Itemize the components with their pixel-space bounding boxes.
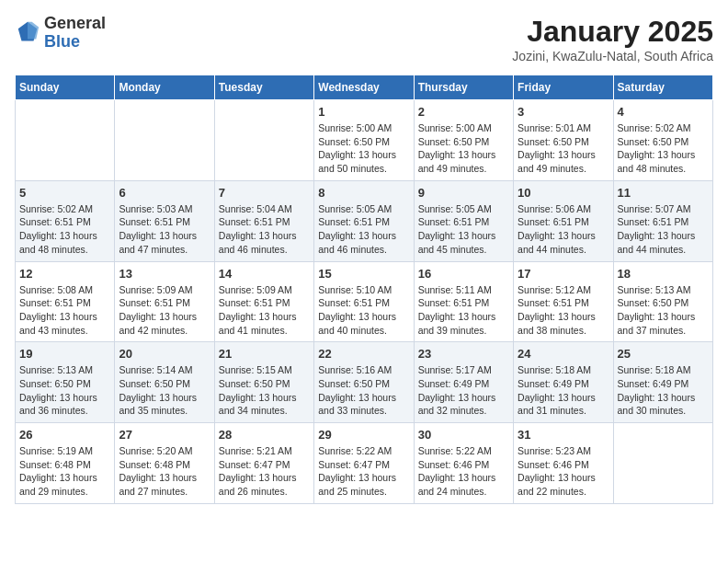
day-number: 29: [318, 428, 409, 442]
calendar-cell: 8Sunrise: 5:05 AM Sunset: 6:51 PM Daylig…: [314, 180, 414, 261]
calendar-cell: 4Sunrise: 5:02 AM Sunset: 6:50 PM Daylig…: [613, 100, 712, 181]
day-number: 16: [418, 267, 509, 281]
calendar-cell: 2Sunrise: 5:00 AM Sunset: 6:50 PM Daylig…: [414, 100, 513, 181]
calendar-cell: 7Sunrise: 5:04 AM Sunset: 6:51 PM Daylig…: [214, 180, 313, 261]
calendar-cell: 12Sunrise: 5:08 AM Sunset: 6:51 PM Dayli…: [16, 261, 115, 342]
day-number: 28: [219, 428, 310, 442]
day-info: Sunrise: 5:02 AM Sunset: 6:50 PM Dayligh…: [618, 121, 709, 176]
day-info: Sunrise: 5:14 AM Sunset: 6:50 PM Dayligh…: [119, 363, 210, 418]
day-info: Sunrise: 5:22 AM Sunset: 6:46 PM Dayligh…: [418, 444, 509, 499]
day-number: 5: [19, 186, 110, 200]
day-number: 21: [219, 347, 310, 361]
calendar-cell: 31Sunrise: 5:23 AM Sunset: 6:46 PM Dayli…: [514, 423, 613, 504]
day-number: 7: [219, 186, 310, 200]
calendar-cell: 3Sunrise: 5:01 AM Sunset: 6:50 PM Daylig…: [514, 100, 613, 181]
day-info: Sunrise: 5:13 AM Sunset: 6:50 PM Dayligh…: [618, 283, 709, 338]
month-title: January 2025: [512, 15, 713, 49]
weekday-header-saturday: Saturday: [613, 75, 712, 100]
logo-general-text: General: [44, 14, 106, 32]
calendar-cell: 11Sunrise: 5:07 AM Sunset: 6:51 PM Dayli…: [613, 180, 712, 261]
day-number: 23: [418, 347, 509, 361]
weekday-header-sunday: Sunday: [16, 75, 115, 100]
day-number: 3: [518, 105, 609, 119]
day-number: 10: [518, 186, 609, 200]
week-row-4: 19Sunrise: 5:13 AM Sunset: 6:50 PM Dayli…: [16, 342, 713, 423]
logo-icon: [15, 20, 40, 46]
day-number: 1: [318, 105, 409, 119]
day-info: Sunrise: 5:19 AM Sunset: 6:48 PM Dayligh…: [19, 444, 110, 499]
weekday-header-tuesday: Tuesday: [214, 75, 313, 100]
calendar-cell: 17Sunrise: 5:12 AM Sunset: 6:51 PM Dayli…: [514, 261, 613, 342]
calendar-cell: 19Sunrise: 5:13 AM Sunset: 6:50 PM Dayli…: [16, 342, 115, 423]
day-info: Sunrise: 5:04 AM Sunset: 6:51 PM Dayligh…: [219, 202, 310, 257]
calendar-cell: 22Sunrise: 5:16 AM Sunset: 6:50 PM Dayli…: [314, 342, 414, 423]
calendar-cell: 5Sunrise: 5:02 AM Sunset: 6:51 PM Daylig…: [16, 180, 115, 261]
day-number: 26: [19, 428, 110, 442]
calendar-cell: 14Sunrise: 5:09 AM Sunset: 6:51 PM Dayli…: [214, 261, 313, 342]
day-info: Sunrise: 5:00 AM Sunset: 6:50 PM Dayligh…: [318, 121, 409, 176]
day-number: 15: [318, 267, 409, 281]
calendar-cell: [115, 100, 214, 181]
calendar-table: SundayMondayTuesdayWednesdayThursdayFrid…: [15, 75, 713, 504]
day-info: Sunrise: 5:05 AM Sunset: 6:51 PM Dayligh…: [418, 202, 509, 257]
day-info: Sunrise: 5:23 AM Sunset: 6:46 PM Dayligh…: [518, 444, 609, 499]
day-number: 4: [618, 105, 709, 119]
day-info: Sunrise: 5:22 AM Sunset: 6:47 PM Dayligh…: [318, 444, 409, 499]
day-number: 14: [219, 267, 310, 281]
calendar-cell: [613, 423, 712, 504]
weekday-header-thursday: Thursday: [414, 75, 513, 100]
day-info: Sunrise: 5:17 AM Sunset: 6:49 PM Dayligh…: [418, 363, 509, 418]
week-row-3: 12Sunrise: 5:08 AM Sunset: 6:51 PM Dayli…: [16, 261, 713, 342]
calendar-cell: [16, 100, 115, 181]
day-info: Sunrise: 5:05 AM Sunset: 6:51 PM Dayligh…: [318, 202, 409, 257]
calendar-cell: [214, 100, 313, 181]
calendar-cell: 29Sunrise: 5:22 AM Sunset: 6:47 PM Dayli…: [314, 423, 414, 504]
calendar-cell: 21Sunrise: 5:15 AM Sunset: 6:50 PM Dayli…: [214, 342, 313, 423]
day-number: 31: [518, 428, 609, 442]
day-info: Sunrise: 5:11 AM Sunset: 6:51 PM Dayligh…: [418, 283, 509, 338]
day-info: Sunrise: 5:20 AM Sunset: 6:48 PM Dayligh…: [119, 444, 210, 499]
calendar-cell: 23Sunrise: 5:17 AM Sunset: 6:49 PM Dayli…: [414, 342, 513, 423]
calendar-cell: 13Sunrise: 5:09 AM Sunset: 6:51 PM Dayli…: [115, 261, 214, 342]
day-number: 8: [318, 186, 409, 200]
location-text: Jozini, KwaZulu-Natal, South Africa: [512, 49, 713, 63]
calendar-cell: 20Sunrise: 5:14 AM Sunset: 6:50 PM Dayli…: [115, 342, 214, 423]
day-info: Sunrise: 5:16 AM Sunset: 6:50 PM Dayligh…: [318, 363, 409, 418]
day-number: 27: [119, 428, 210, 442]
day-number: 6: [119, 186, 210, 200]
calendar-cell: 15Sunrise: 5:10 AM Sunset: 6:51 PM Dayli…: [314, 261, 414, 342]
day-info: Sunrise: 5:12 AM Sunset: 6:51 PM Dayligh…: [518, 283, 609, 338]
calendar-cell: 26Sunrise: 5:19 AM Sunset: 6:48 PM Dayli…: [16, 423, 115, 504]
day-info: Sunrise: 5:10 AM Sunset: 6:51 PM Dayligh…: [318, 283, 409, 338]
week-row-2: 5Sunrise: 5:02 AM Sunset: 6:51 PM Daylig…: [16, 180, 713, 261]
calendar-cell: 1Sunrise: 5:00 AM Sunset: 6:50 PM Daylig…: [314, 100, 414, 181]
calendar-cell: 18Sunrise: 5:13 AM Sunset: 6:50 PM Dayli…: [613, 261, 712, 342]
logo-blue-text: Blue: [44, 32, 80, 51]
day-info: Sunrise: 5:00 AM Sunset: 6:50 PM Dayligh…: [418, 121, 509, 176]
week-row-5: 26Sunrise: 5:19 AM Sunset: 6:48 PM Dayli…: [16, 423, 713, 504]
day-number: 18: [618, 267, 709, 281]
page-header: General Blue January 2025 Jozini, KwaZul…: [15, 15, 713, 63]
week-row-1: 1Sunrise: 5:00 AM Sunset: 6:50 PM Daylig…: [16, 100, 713, 181]
calendar-cell: 25Sunrise: 5:18 AM Sunset: 6:49 PM Dayli…: [613, 342, 712, 423]
day-info: Sunrise: 5:01 AM Sunset: 6:50 PM Dayligh…: [518, 121, 609, 176]
calendar-cell: 24Sunrise: 5:18 AM Sunset: 6:49 PM Dayli…: [514, 342, 613, 423]
day-info: Sunrise: 5:09 AM Sunset: 6:51 PM Dayligh…: [219, 283, 310, 338]
day-info: Sunrise: 5:13 AM Sunset: 6:50 PM Dayligh…: [19, 363, 110, 418]
calendar-cell: 6Sunrise: 5:03 AM Sunset: 6:51 PM Daylig…: [115, 180, 214, 261]
day-info: Sunrise: 5:18 AM Sunset: 6:49 PM Dayligh…: [618, 363, 709, 418]
day-info: Sunrise: 5:03 AM Sunset: 6:51 PM Dayligh…: [119, 202, 210, 257]
day-info: Sunrise: 5:21 AM Sunset: 6:47 PM Dayligh…: [219, 444, 310, 499]
weekday-header-monday: Monday: [115, 75, 214, 100]
day-info: Sunrise: 5:06 AM Sunset: 6:51 PM Dayligh…: [518, 202, 609, 257]
day-number: 17: [518, 267, 609, 281]
logo: General Blue: [15, 15, 106, 52]
day-number: 2: [418, 105, 509, 119]
day-number: 19: [19, 347, 110, 361]
day-number: 11: [618, 186, 709, 200]
day-info: Sunrise: 5:18 AM Sunset: 6:49 PM Dayligh…: [518, 363, 609, 418]
calendar-cell: 28Sunrise: 5:21 AM Sunset: 6:47 PM Dayli…: [214, 423, 313, 504]
weekday-header-friday: Friday: [514, 75, 613, 100]
day-info: Sunrise: 5:08 AM Sunset: 6:51 PM Dayligh…: [19, 283, 110, 338]
day-number: 25: [618, 347, 709, 361]
